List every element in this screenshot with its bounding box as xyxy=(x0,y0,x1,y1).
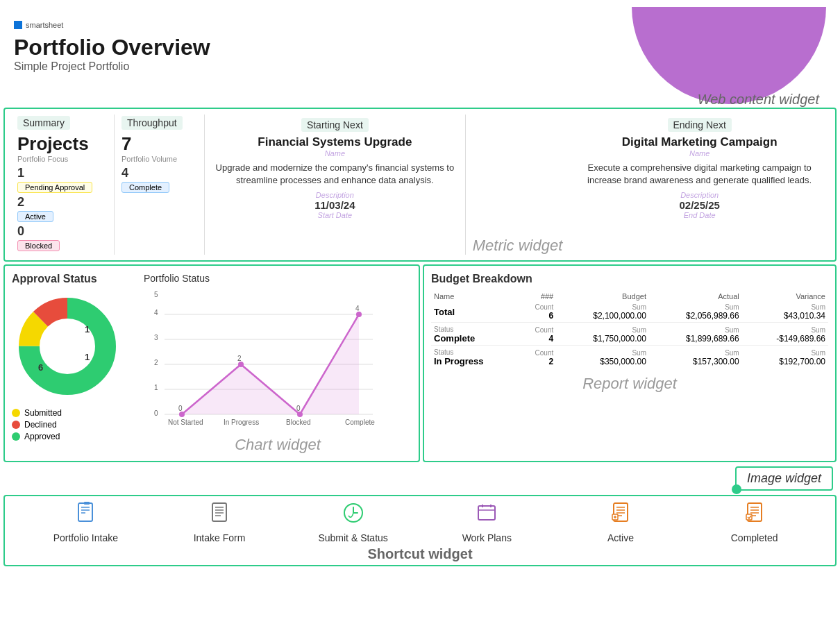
ending-next-name-field: Name xyxy=(580,149,819,158)
shortcut-active[interactable]: Active xyxy=(579,502,662,543)
active-badge: Active xyxy=(17,211,53,222)
web-content-label: Web content widget xyxy=(698,92,819,108)
portfolio-intake-icon xyxy=(74,502,96,529)
active-metric: 2 Active xyxy=(17,195,107,222)
svg-text:2: 2 xyxy=(154,359,158,366)
ending-next-desc-field: Description xyxy=(580,191,819,199)
active-value: 2 xyxy=(17,195,107,210)
svg-text:In Progress: In Progress xyxy=(224,418,259,426)
header-left: smartsheet Portfolio Overview Simple Pro… xyxy=(14,7,210,73)
intake-form-label: Intake Form xyxy=(194,532,246,543)
declined-label: Declined xyxy=(24,420,57,430)
svg-text:0: 0 xyxy=(296,405,301,412)
svg-text:5: 5 xyxy=(154,291,158,298)
summary-row: Summary Projects Portfolio Focus 1 Pendi… xyxy=(3,108,837,262)
svg-text:Blocked: Blocked xyxy=(286,418,311,426)
svg-text:Complete: Complete xyxy=(345,418,375,426)
chart-section: Approval Status 1 1 6 xyxy=(3,264,420,462)
complete-value: 4 xyxy=(121,166,197,180)
donut-area: Approval Status 1 1 6 xyxy=(12,273,137,443)
svg-text:1: 1 xyxy=(85,352,90,362)
volume-value: 7 xyxy=(121,133,197,155)
pending-metric: 1 Pending Approval xyxy=(17,166,107,193)
col-budget-header: Budget xyxy=(556,291,649,302)
complete-actual-area: Sum $1,899,689.66 xyxy=(649,323,742,346)
approved-dot xyxy=(12,432,20,441)
shortcut-submit-status[interactable]: Submit & Status xyxy=(312,502,395,543)
ending-next-tab: Ending Next xyxy=(668,118,732,132)
ending-next-desc: Execute a comprehensive digital marketin… xyxy=(580,162,819,187)
total-actual-area: Sum $2,056,989.66 xyxy=(649,302,742,323)
col-actual-header: Actual xyxy=(649,291,742,302)
submitted-label: Submitted xyxy=(24,408,62,418)
inprogress-budget-area: Sum $350,000.00 xyxy=(556,346,649,369)
svg-text:0: 0 xyxy=(178,405,183,412)
middle-row: Approval Status 1 1 6 xyxy=(3,264,837,462)
total-name: Total xyxy=(431,302,519,323)
svg-text:3: 3 xyxy=(154,334,158,341)
blocked-metric: 0 Blocked xyxy=(17,224,107,251)
svg-point-20 xyxy=(238,362,244,367)
donut-chart: 1 1 6 xyxy=(12,291,123,402)
portfolio-intake-label: Portfolio Intake xyxy=(53,532,118,543)
shortcut-work-plans[interactable]: Work Plans xyxy=(445,502,528,543)
legend-declined: Declined xyxy=(12,420,137,430)
starting-next-date: 11/03/24 xyxy=(215,199,455,211)
page-subtitle: Simple Project Portfolio xyxy=(14,60,210,73)
starting-next-name-field: Name xyxy=(215,149,455,158)
header: smartsheet Portfolio Overview Simple Pro… xyxy=(0,0,840,108)
shortcut-portfolio-intake[interactable]: Portfolio Intake xyxy=(44,502,127,543)
image-widget-dot xyxy=(732,484,741,494)
volume-label: Portfolio Volume xyxy=(121,155,197,163)
main-grid: Summary Projects Portfolio Focus 1 Pendi… xyxy=(0,108,840,566)
approved-label: Approved xyxy=(24,432,60,441)
shortcut-section: Portfolio Intake Intake Form Submit & St… xyxy=(3,495,837,566)
smartsheet-logo: smartsheet xyxy=(14,21,210,29)
complete-variance-area: Sum -$149,689.66 xyxy=(742,323,828,346)
completed-icon xyxy=(744,502,766,529)
svg-text:Not Started: Not Started xyxy=(168,418,203,426)
complete-count-area: Count 4 xyxy=(519,323,557,346)
projects-metric: Projects Portfolio Focus xyxy=(17,133,107,163)
shortcut-intake-form[interactable]: Intake Form xyxy=(178,502,261,543)
line-chart-area: Portfolio Status 0 1 2 3 4 5 xyxy=(144,273,412,454)
summary-tab: Summary xyxy=(17,116,70,130)
charts-container: Approval Status 1 1 6 xyxy=(12,273,412,454)
complete-badge: Complete xyxy=(121,182,169,193)
submit-status-icon xyxy=(342,502,364,529)
page-title: Portfolio Overview xyxy=(14,35,210,60)
throughput-tab: Throughput xyxy=(121,116,183,130)
shortcut-completed[interactable]: Completed xyxy=(713,502,796,543)
budget-table: Name ### Budget Actual Variance Total Co… xyxy=(431,291,828,368)
total-budget-area: Sum $2,100,000.00 xyxy=(556,302,649,323)
semicircle-decoration xyxy=(632,7,826,104)
submit-status-label: Submit & Status xyxy=(318,532,387,543)
svg-text:1: 1 xyxy=(154,384,158,391)
header-right: Web content widget xyxy=(632,7,826,104)
svg-text:4: 4 xyxy=(355,305,360,312)
svg-rect-31 xyxy=(78,503,92,521)
shortcut-widget-label: Shortcut widget xyxy=(19,546,821,562)
chart-widget-label: Chart widget xyxy=(144,436,412,454)
table-row-total: Total Count 6 Sum $2,100,000.00 Sum $2,0… xyxy=(431,302,828,323)
svg-text:6: 6 xyxy=(38,362,43,373)
svg-point-21 xyxy=(297,412,303,417)
svg-rect-42 xyxy=(478,506,495,520)
approval-status-title: Approval Status xyxy=(12,273,137,285)
svg-rect-35 xyxy=(84,502,90,505)
completed-label: Completed xyxy=(731,532,778,543)
image-widget-label: Image widget xyxy=(747,471,821,485)
ending-next-name: Digital Marketing Campaign xyxy=(580,135,819,149)
report-widget-label: Report widget xyxy=(431,375,828,393)
table-row-inprogress: Status In Progress Count 2 Sum $350,000.… xyxy=(431,346,828,369)
starting-next-name: Financial Systems Upgrade xyxy=(215,135,455,149)
starting-next-desc-field: Description xyxy=(215,191,455,199)
shortcut-items: Portfolio Intake Intake Form Submit & St… xyxy=(19,502,821,543)
legend-submitted: Submitted xyxy=(12,408,137,418)
svg-text:4: 4 xyxy=(154,309,158,316)
complete-name-area: Status Complete xyxy=(431,323,519,346)
svg-point-19 xyxy=(179,412,185,417)
pending-badge: Pending Approval xyxy=(17,182,92,193)
report-section: Budget Breakdown Name ### Budget Actual … xyxy=(423,264,837,462)
image-widget-box: Image widget xyxy=(735,466,833,491)
